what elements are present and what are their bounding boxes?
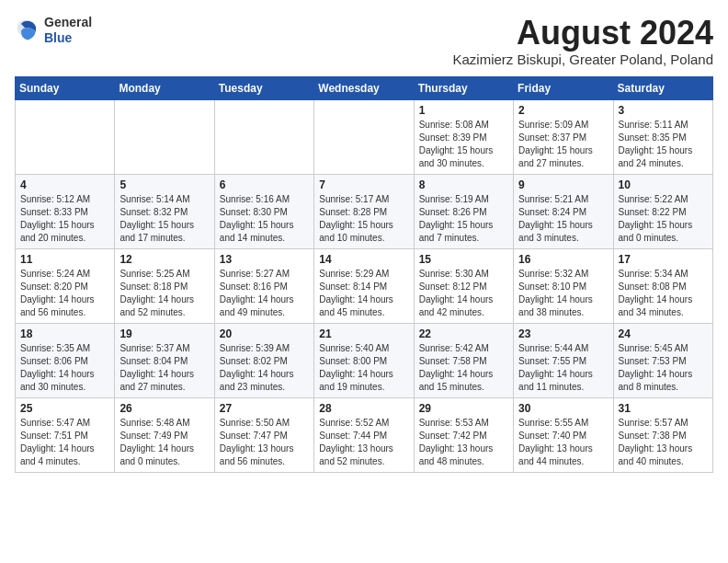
day-number: 8 xyxy=(419,178,508,191)
calendar-cell: 16Sunrise: 5:32 AM Sunset: 8:10 PM Dayli… xyxy=(514,248,613,323)
day-info: Sunrise: 5:44 AM Sunset: 7:55 PM Dayligh… xyxy=(518,342,608,394)
day-number: 29 xyxy=(419,402,508,415)
day-info: Sunrise: 5:09 AM Sunset: 8:37 PM Dayligh… xyxy=(518,119,608,170)
calendar-cell xyxy=(214,99,313,174)
calendar-cell: 22Sunrise: 5:42 AM Sunset: 7:58 PM Dayli… xyxy=(414,323,513,397)
day-info: Sunrise: 5:57 AM Sunset: 7:38 PM Dayligh… xyxy=(619,417,708,468)
calendar-cell: 11Sunrise: 5:24 AM Sunset: 8:20 PM Dayli… xyxy=(16,248,115,323)
day-info: Sunrise: 5:34 AM Sunset: 8:08 PM Dayligh… xyxy=(619,268,708,319)
calendar-week-row: 11Sunrise: 5:24 AM Sunset: 8:20 PM Dayli… xyxy=(16,248,713,323)
calendar-cell: 17Sunrise: 5:34 AM Sunset: 8:08 PM Dayli… xyxy=(613,248,712,323)
day-number: 21 xyxy=(319,327,408,340)
day-info: Sunrise: 5:52 AM Sunset: 7:44 PM Dayligh… xyxy=(319,417,408,468)
day-info: Sunrise: 5:12 AM Sunset: 8:33 PM Dayligh… xyxy=(20,193,109,245)
day-info: Sunrise: 5:08 AM Sunset: 8:39 PM Dayligh… xyxy=(419,119,508,170)
weekday-header-row: SundayMondayTuesdayWednesdayThursdayFrid… xyxy=(16,76,713,99)
calendar-cell: 12Sunrise: 5:25 AM Sunset: 8:18 PM Dayli… xyxy=(115,248,214,323)
day-info: Sunrise: 5:19 AM Sunset: 8:26 PM Dayligh… xyxy=(419,193,508,245)
calendar-cell: 27Sunrise: 5:50 AM Sunset: 7:47 PM Dayli… xyxy=(214,397,313,472)
calendar-cell: 7Sunrise: 5:17 AM Sunset: 8:28 PM Daylig… xyxy=(314,174,414,248)
day-info: Sunrise: 5:42 AM Sunset: 7:58 PM Dayligh… xyxy=(419,342,508,394)
day-info: Sunrise: 5:22 AM Sunset: 8:22 PM Dayligh… xyxy=(619,193,708,245)
day-number: 13 xyxy=(220,253,309,266)
day-number: 16 xyxy=(518,253,608,266)
day-info: Sunrise: 5:27 AM Sunset: 8:16 PM Dayligh… xyxy=(220,268,309,319)
calendar-cell: 19Sunrise: 5:37 AM Sunset: 8:04 PM Dayli… xyxy=(115,323,214,397)
calendar-cell: 25Sunrise: 5:47 AM Sunset: 7:51 PM Dayli… xyxy=(16,397,115,472)
day-info: Sunrise: 5:50 AM Sunset: 7:47 PM Dayligh… xyxy=(220,417,309,468)
day-number: 17 xyxy=(619,253,708,266)
day-number: 28 xyxy=(319,402,408,415)
day-info: Sunrise: 5:30 AM Sunset: 8:12 PM Dayligh… xyxy=(419,268,508,319)
day-number: 30 xyxy=(518,402,608,415)
calendar-cell: 23Sunrise: 5:44 AM Sunset: 7:55 PM Dayli… xyxy=(514,323,613,397)
day-info: Sunrise: 5:40 AM Sunset: 8:00 PM Dayligh… xyxy=(319,342,408,394)
day-number: 3 xyxy=(619,104,708,117)
logo-icon xyxy=(15,17,40,43)
day-number: 9 xyxy=(518,178,608,191)
calendar-cell: 26Sunrise: 5:48 AM Sunset: 7:49 PM Dayli… xyxy=(115,397,214,472)
day-number: 24 xyxy=(619,327,708,340)
weekday-header-monday: Monday xyxy=(115,76,214,99)
logo-general-text: General xyxy=(44,15,92,30)
weekday-header-thursday: Thursday xyxy=(414,76,513,99)
day-info: Sunrise: 5:32 AM Sunset: 8:10 PM Dayligh… xyxy=(518,268,608,319)
calendar-cell: 6Sunrise: 5:16 AM Sunset: 8:30 PM Daylig… xyxy=(214,174,313,248)
location-subtitle: Kazimierz Biskupi, Greater Poland, Polan… xyxy=(453,52,713,67)
day-info: Sunrise: 5:35 AM Sunset: 8:06 PM Dayligh… xyxy=(20,342,109,394)
day-number: 19 xyxy=(119,327,209,340)
day-number: 27 xyxy=(220,402,309,415)
day-number: 10 xyxy=(619,178,708,191)
calendar-cell xyxy=(115,99,214,174)
day-number: 1 xyxy=(419,104,508,117)
calendar-cell: 21Sunrise: 5:40 AM Sunset: 8:00 PM Dayli… xyxy=(314,323,414,397)
day-number: 11 xyxy=(20,253,109,266)
weekday-header-friday: Friday xyxy=(514,76,613,99)
calendar-cell: 30Sunrise: 5:55 AM Sunset: 7:40 PM Dayli… xyxy=(514,397,613,472)
calendar-cell: 1Sunrise: 5:08 AM Sunset: 8:39 PM Daylig… xyxy=(414,99,513,174)
day-number: 2 xyxy=(518,104,608,117)
day-info: Sunrise: 5:25 AM Sunset: 8:18 PM Dayligh… xyxy=(119,268,209,319)
day-number: 26 xyxy=(119,402,209,415)
day-number: 18 xyxy=(20,327,109,340)
day-info: Sunrise: 5:37 AM Sunset: 8:04 PM Dayligh… xyxy=(119,342,209,394)
calendar-cell: 28Sunrise: 5:52 AM Sunset: 7:44 PM Dayli… xyxy=(314,397,414,472)
day-number: 20 xyxy=(220,327,309,340)
day-number: 23 xyxy=(518,327,608,340)
calendar-cell: 2Sunrise: 5:09 AM Sunset: 8:37 PM Daylig… xyxy=(514,99,613,174)
weekday-header-wednesday: Wednesday xyxy=(314,76,414,99)
calendar-week-row: 1Sunrise: 5:08 AM Sunset: 8:39 PM Daylig… xyxy=(16,99,713,174)
calendar-cell: 9Sunrise: 5:21 AM Sunset: 8:24 PM Daylig… xyxy=(514,174,613,248)
weekday-header-saturday: Saturday xyxy=(613,76,712,99)
calendar-cell: 20Sunrise: 5:39 AM Sunset: 8:02 PM Dayli… xyxy=(214,323,313,397)
page-header: General Blue August 2024 Kazimierz Bisku… xyxy=(15,15,713,67)
day-info: Sunrise: 5:53 AM Sunset: 7:42 PM Dayligh… xyxy=(419,417,508,468)
calendar-cell: 8Sunrise: 5:19 AM Sunset: 8:26 PM Daylig… xyxy=(414,174,513,248)
calendar-cell: 3Sunrise: 5:11 AM Sunset: 8:35 PM Daylig… xyxy=(613,99,712,174)
day-number: 5 xyxy=(119,178,209,191)
day-number: 31 xyxy=(619,402,708,415)
calendar-week-row: 18Sunrise: 5:35 AM Sunset: 8:06 PM Dayli… xyxy=(16,323,713,397)
title-block: August 2024 Kazimierz Biskupi, Greater P… xyxy=(453,15,713,67)
logo-blue-text: Blue xyxy=(44,30,92,46)
day-info: Sunrise: 5:14 AM Sunset: 8:32 PM Dayligh… xyxy=(119,193,209,245)
day-info: Sunrise: 5:39 AM Sunset: 8:02 PM Dayligh… xyxy=(220,342,309,394)
day-info: Sunrise: 5:11 AM Sunset: 8:35 PM Dayligh… xyxy=(619,119,708,170)
calendar-cell: 24Sunrise: 5:45 AM Sunset: 7:53 PM Dayli… xyxy=(613,323,712,397)
calendar-cell: 5Sunrise: 5:14 AM Sunset: 8:32 PM Daylig… xyxy=(115,174,214,248)
calendar-week-row: 25Sunrise: 5:47 AM Sunset: 7:51 PM Dayli… xyxy=(16,397,713,472)
calendar-cell xyxy=(16,99,115,174)
calendar-cell: 18Sunrise: 5:35 AM Sunset: 8:06 PM Dayli… xyxy=(16,323,115,397)
day-number: 7 xyxy=(319,178,408,191)
calendar-table: SundayMondayTuesdayWednesdayThursdayFrid… xyxy=(15,76,713,473)
day-info: Sunrise: 5:21 AM Sunset: 8:24 PM Dayligh… xyxy=(518,193,608,245)
weekday-header-sunday: Sunday xyxy=(16,76,115,99)
day-info: Sunrise: 5:55 AM Sunset: 7:40 PM Dayligh… xyxy=(518,417,608,468)
day-number: 4 xyxy=(20,178,109,191)
calendar-cell xyxy=(314,99,414,174)
calendar-cell: 4Sunrise: 5:12 AM Sunset: 8:33 PM Daylig… xyxy=(16,174,115,248)
day-number: 25 xyxy=(20,402,109,415)
calendar-week-row: 4Sunrise: 5:12 AM Sunset: 8:33 PM Daylig… xyxy=(16,174,713,248)
weekday-header-tuesday: Tuesday xyxy=(214,76,313,99)
calendar-cell: 31Sunrise: 5:57 AM Sunset: 7:38 PM Dayli… xyxy=(613,397,712,472)
